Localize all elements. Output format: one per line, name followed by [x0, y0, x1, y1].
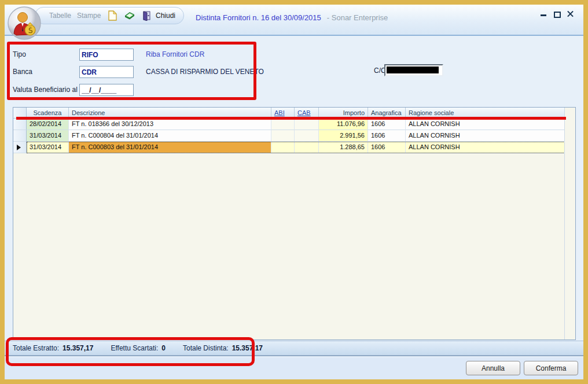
- cell-abi[interactable]: [271, 130, 295, 142]
- header-importo[interactable]: Importo: [319, 108, 368, 119]
- header-scadenza[interactable]: Scadenza: [27, 108, 69, 119]
- totale-distinta: Totale Distinta: 15.357,17: [183, 344, 263, 352]
- window-controls: [540, 10, 574, 18]
- book-icon[interactable]: [124, 10, 135, 21]
- grid-scrollbar-gutter[interactable]: [564, 108, 575, 339]
- cell-ragione-sociale[interactable]: ALLAN CORNISH: [406, 142, 565, 153]
- cell-anagrafica[interactable]: 1606: [368, 142, 406, 153]
- exit-door-icon: [141, 10, 153, 21]
- row-selector-cell[interactable]: [13, 119, 27, 130]
- maximize-icon[interactable]: [553, 10, 561, 18]
- window-title-main: Distinta Fornitori n. 16 del 30/09/2015: [196, 13, 321, 22]
- window-title-suffix: - Sonar Enterprise: [327, 13, 388, 22]
- header-anagrafica[interactable]: Anagrafica: [368, 108, 406, 119]
- table-row[interactable]: 28/02/2014 FT n. 018366 del 30/12/2013 1…: [13, 119, 565, 130]
- effetti-scartati-value: 0: [161, 344, 166, 352]
- cell-descrizione[interactable]: FT n. C000803 del 31/01/2014: [69, 142, 271, 153]
- cell-scadenza[interactable]: 28/02/2014: [27, 119, 69, 130]
- header-abi[interactable]: ABI: [271, 108, 295, 119]
- totale-distinta-value: 15.357,17: [232, 344, 263, 352]
- cell-anagrafica[interactable]: 1606: [368, 130, 406, 142]
- totale-estratto: Totale Estratto: 15.357,17: [13, 344, 93, 352]
- table-row[interactable]: 31/03/2014 FT n. C000804 del 31/01/2014 …: [13, 130, 565, 142]
- cell-descrizione[interactable]: FT n. 018366 del 30/12/2013: [69, 119, 271, 130]
- tipo-input[interactable]: [79, 49, 134, 61]
- table-row[interactable]: 31/03/2014 FT n. C000803 del 31/01/2014 …: [13, 142, 565, 153]
- cell-abi[interactable]: [271, 119, 295, 130]
- row-selector-cell[interactable]: [13, 130, 27, 142]
- effetti-scartati-label: Effettu Scartati:: [111, 344, 158, 352]
- cell-importo[interactable]: 11.076,96: [319, 119, 368, 130]
- app-window: Distinta Fornitori n. 16 del 30/09/2015-…: [5, 5, 583, 379]
- new-document-icon[interactable]: [106, 10, 118, 21]
- header-row-selector: [13, 108, 27, 119]
- menu-tabelle[interactable]: Tabelle: [49, 12, 71, 20]
- window-title: Distinta Fornitori n. 16 del 30/09/2015-…: [196, 13, 388, 22]
- banca-label: Banca: [13, 66, 32, 77]
- grid-body: 28/02/2014 FT n. 018366 del 30/12/2013 1…: [13, 119, 575, 153]
- cell-scadenza[interactable]: 31/03/2014: [27, 142, 69, 153]
- footer-bar: Annulla Conferma: [5, 357, 583, 379]
- header-ragione-sociale[interactable]: Ragione sociale: [406, 108, 565, 119]
- banca-description: CASSA DI RISPARMIO DEL VENETO: [146, 66, 264, 77]
- cell-cab[interactable]: [295, 130, 319, 142]
- app-logo-icon: [7, 6, 42, 40]
- grid-header-row: Scadenza Descrizione ABI CAB Importo Ana…: [13, 108, 565, 119]
- toolbar: Tabelle Stampe: [35, 7, 184, 24]
- effetti-scartati: Effettu Scartati: 0: [111, 344, 166, 352]
- cell-importo[interactable]: 1.288,65: [319, 142, 368, 153]
- cell-cab[interactable]: [295, 119, 319, 130]
- cell-cab[interactable]: [295, 142, 319, 153]
- chiudi-button[interactable]: Chiudi: [141, 10, 175, 21]
- banca-input[interactable]: [79, 66, 134, 78]
- tipo-label: Tipo: [13, 49, 26, 60]
- header-descrizione[interactable]: Descrizione: [69, 108, 271, 119]
- valuta-label: Valuta Beneficiario al: [13, 84, 78, 95]
- cell-abi[interactable]: [271, 142, 295, 153]
- close-icon[interactable]: [567, 10, 574, 18]
- cc-redacted-value: [387, 67, 439, 73]
- cc-input[interactable]: [384, 64, 443, 76]
- distinta-grid: Scadenza Descrizione ABI CAB Importo Ana…: [13, 107, 576, 340]
- valuta-date-input[interactable]: [79, 84, 134, 96]
- menu-stampe[interactable]: Stampe: [77, 12, 101, 20]
- totale-distinta-label: Totale Distinta:: [183, 344, 229, 352]
- conferma-button[interactable]: Conferma: [524, 361, 578, 375]
- tipo-description: Riba Fornitori CDR: [146, 49, 204, 60]
- totals-statusbar: Totale Estratto: 15.357,17 Effettu Scart…: [5, 341, 583, 356]
- minimize-icon[interactable]: [540, 10, 547, 18]
- cell-anagrafica[interactable]: 1606: [368, 119, 406, 130]
- cell-importo[interactable]: 2.991,56: [319, 130, 368, 142]
- cell-descrizione[interactable]: FT n. C000804 del 31/01/2014: [69, 130, 271, 142]
- annulla-button[interactable]: Annulla: [466, 361, 520, 375]
- chiudi-label: Chiudi: [156, 12, 175, 20]
- cell-ragione-sociale[interactable]: ALLAN CORNISH: [406, 130, 565, 142]
- cell-ragione-sociale[interactable]: ALLAN CORNISH: [406, 119, 565, 130]
- totale-estratto-value: 15.357,17: [63, 344, 93, 352]
- row-selector-cell[interactable]: [13, 142, 27, 153]
- cell-scadenza[interactable]: 31/03/2014: [27, 130, 69, 142]
- header-cab[interactable]: CAB: [295, 108, 319, 119]
- totale-estratto-label: Totale Estratto:: [13, 344, 59, 352]
- window-frame: Distinta Fornitori n. 16 del 30/09/2015-…: [0, 0, 588, 384]
